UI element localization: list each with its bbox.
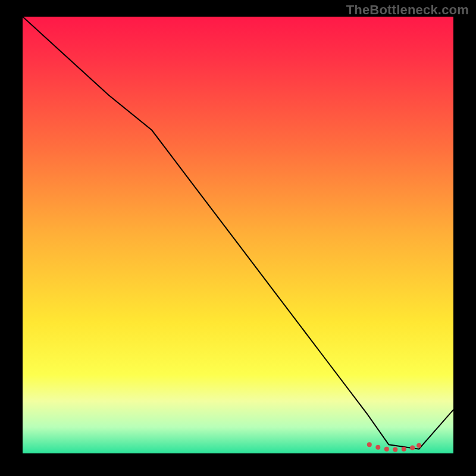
chart-marker [402,447,406,452]
chart-background [23,17,453,453]
chart-marker [393,447,397,452]
chart-frame: TheBottleneck.com [0,0,476,476]
chart-marker [375,445,380,450]
chart-marker [410,446,415,450]
watermark-label: TheBottleneck.com [346,2,469,18]
chart-svg [23,17,453,453]
chart-marker [416,443,421,448]
chart-marker [384,447,389,452]
plot-area [23,17,453,453]
chart-marker [367,442,372,447]
